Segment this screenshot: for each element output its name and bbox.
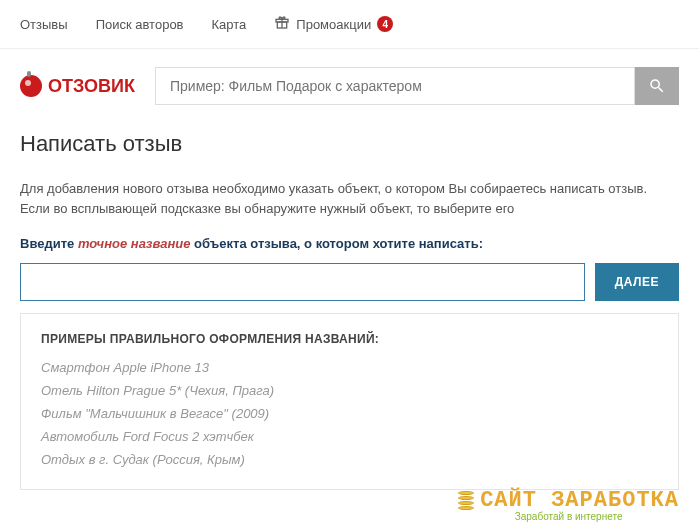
promo-badge: 4 xyxy=(377,16,393,32)
nav-promo-label: Промоакции xyxy=(296,17,371,32)
search-wrap xyxy=(155,67,679,105)
content: Написать отзыв Для добавления нового отз… xyxy=(0,123,699,490)
object-name-input[interactable] xyxy=(20,263,585,301)
prompt-highlight: точное название xyxy=(78,236,191,251)
next-button[interactable]: ДАЛЕЕ xyxy=(595,263,679,301)
logo-icon xyxy=(20,75,42,97)
logo-text: ОТЗОВИК xyxy=(48,76,135,97)
page-description: Для добавления нового отзыва необходимо … xyxy=(20,179,679,218)
watermark: САЙТ ЗАРАБОТКА Заработай в интернете xyxy=(458,488,679,522)
example-item: Фильм "Мальчишник в Вегасе" (2009) xyxy=(41,406,658,421)
nav-reviews[interactable]: Отзывы xyxy=(20,17,68,32)
nav-map[interactable]: Карта xyxy=(212,17,247,32)
example-item: Отель Hilton Prague 5* (Чехия, Прага) xyxy=(41,383,658,398)
search-input[interactable] xyxy=(155,67,635,105)
coins-icon xyxy=(458,491,474,510)
gift-icon xyxy=(274,14,290,34)
nav-promo[interactable]: Промоакции 4 xyxy=(274,14,393,34)
examples-box: ПРИМЕРЫ ПРАВИЛЬНОГО ОФОРМЛЕНИЯ НАЗВАНИЙ:… xyxy=(20,313,679,490)
example-item: Смартфон Apple iPhone 13 xyxy=(41,360,658,375)
page-title: Написать отзыв xyxy=(20,131,679,157)
header: ОТЗОВИК xyxy=(0,49,699,123)
example-item: Автомобиль Ford Focus 2 хэтчбек xyxy=(41,429,658,444)
search-button[interactable] xyxy=(635,67,679,105)
examples-title: ПРИМЕРЫ ПРАВИЛЬНОГО ОФОРМЛЕНИЯ НАЗВАНИЙ: xyxy=(41,332,658,346)
input-prompt: Введите точное название объекта отзыва, … xyxy=(20,236,679,251)
search-icon xyxy=(648,77,666,95)
input-row: ДАЛЕЕ xyxy=(20,263,679,301)
watermark-title: САЙТ ЗАРАБОТКА xyxy=(458,488,679,513)
logo[interactable]: ОТЗОВИК xyxy=(20,75,135,97)
nav-authors[interactable]: Поиск авторов xyxy=(96,17,184,32)
top-nav: Отзывы Поиск авторов Карта Промоакции 4 xyxy=(0,0,699,49)
example-item: Отдых в г. Судак (Россия, Крым) xyxy=(41,452,658,467)
